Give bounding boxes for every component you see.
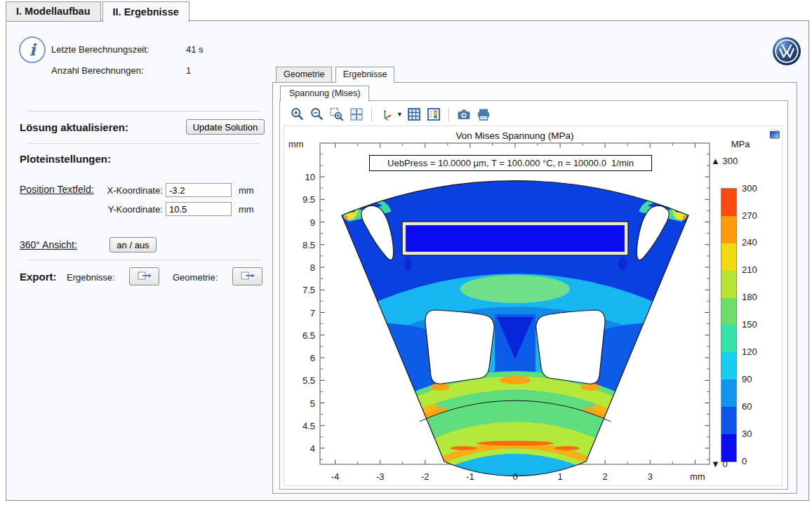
view-orientation-icon[interactable] (378, 106, 395, 123)
textfield-position-label: Position Textfeld: (20, 184, 94, 195)
colorbar-tick-label: 90 (742, 374, 752, 384)
y-tick-label: 5.5 (290, 375, 315, 386)
plot-settings-heading: Ploteinstellungen: (20, 153, 111, 165)
export-icon (137, 270, 152, 283)
graphics-toolbar: ▼ (285, 105, 783, 123)
y-tick-label: 8.5 (290, 240, 315, 250)
y-tick-label: 7.5 (290, 285, 315, 295)
update-solution-button[interactable]: Update Solution (186, 119, 265, 135)
graphics-tab-bar: Geometrie Ergebnisse (276, 67, 394, 83)
colorbar-tick-label: 150 (742, 319, 757, 330)
last-computation-value: 41 s (186, 44, 204, 55)
view-360-label: 360° Ansicht: (20, 239, 77, 250)
app-window: i Letzte Berechnungszeit: 41 s Anzahl Be… (6, 20, 809, 501)
y-tick-label: 4.5 (290, 421, 315, 431)
export-results-button[interactable] (129, 267, 159, 285)
toolbar-separator (371, 107, 372, 121)
colorbar-min-marker: ▼ 0 (711, 459, 728, 469)
graphics-area[interactable]: Von Mises Spannung (MPa) (284, 126, 783, 486)
x-tick-label: 2 (594, 471, 615, 482)
chevron-down-icon[interactable]: ▼ (397, 111, 403, 118)
divider (27, 111, 260, 112)
zoom-in-icon[interactable] (289, 106, 306, 123)
zoom-box-icon[interactable] (328, 106, 345, 123)
tab-ergebnisse[interactable]: II. Ergebnisse (102, 1, 189, 22)
x-tick-label: 0 (505, 471, 526, 482)
update-solution-label: Lösung aktualisieren: (20, 121, 128, 133)
x-axis-unit: mm (690, 471, 705, 482)
triangle-down-icon: ▼ (711, 459, 722, 469)
computation-count-label: Anzahl Berechnungen: (51, 65, 144, 76)
print-icon[interactable] (475, 106, 492, 123)
colorbar (721, 188, 737, 462)
colorbar-unit: MPa (726, 139, 754, 149)
colorbar-max-marker: ▲ 300 (711, 156, 738, 166)
colorbar-tick-label: 30 (742, 429, 752, 439)
export-results-label: Ergebnisse: (67, 272, 115, 283)
tab-geometrie[interactable]: Geometrie (276, 67, 332, 83)
main-tab-bar: I. Modellaufbau II. Ergebnisse (6, 1, 191, 22)
colorbar-tick-label: 60 (742, 401, 752, 412)
colorbar-tick-label: 240 (742, 237, 757, 248)
colorbar-tick-label: 180 (742, 292, 757, 302)
x-tick-label: 3 (639, 471, 660, 482)
colorbar-tick-label: 210 (742, 264, 757, 275)
divider (27, 143, 260, 144)
y-tick-label: 9.5 (290, 194, 315, 205)
zoom-extents-icon[interactable] (348, 106, 365, 123)
x-coordinate-label: X-Koordinate: (100, 185, 163, 196)
y-tick-label: 9 (290, 217, 315, 228)
y-axis-unit: mm (288, 139, 304, 149)
x-tick-label: -2 (415, 471, 436, 482)
info-icon: i (19, 36, 46, 63)
y-tick-label: 6 (290, 353, 315, 363)
toolbar-separator (448, 107, 449, 121)
x-tick-label: -3 (370, 471, 391, 482)
triangle-up-icon: ▲ (711, 156, 722, 166)
plot-annotation: UebPress = 10.0000 µm, T = 100.000 °C, n… (369, 155, 652, 171)
x-tick-label: 1 (550, 471, 571, 482)
app-root: { "window": { "tabs": [ {"label": "I. Mo… (0, 0, 812, 505)
export-geometry-button[interactable] (232, 267, 262, 285)
tab-spannung-mises[interactable]: Spannung (Mises) (280, 86, 369, 102)
y-coordinate-input[interactable] (166, 202, 232, 216)
vw-logo (772, 36, 801, 69)
y-tick-label: 7 (290, 308, 315, 318)
colorbar-tick-label: 270 (742, 210, 757, 221)
tab-graphics-ergebnisse[interactable]: Ergebnisse (335, 67, 395, 83)
legend-icon[interactable] (425, 106, 442, 123)
colorbar-tick-label: 300 (742, 183, 757, 194)
x-tick-label: -1 (460, 471, 481, 482)
x-tick-label: -4 (325, 471, 346, 482)
divider (27, 260, 260, 260)
export-geometry-label: Geometrie: (173, 272, 218, 283)
colorbar-tick-label: 0 (742, 456, 747, 466)
export-icon (240, 270, 255, 283)
contour-fills (284, 126, 782, 485)
stress-contour-plot[interactable] (284, 126, 782, 485)
y-tick-label: 4 (290, 443, 315, 454)
computation-count-value: 1 (186, 65, 191, 76)
y-tick-label: 5 (290, 398, 315, 409)
snapshot-icon[interactable] (455, 106, 472, 123)
y-tick-label: 6.5 (290, 330, 315, 341)
grid-icon[interactable] (406, 106, 422, 123)
y-coordinate-unit: mm (239, 204, 254, 215)
x-coordinate-input[interactable] (166, 183, 232, 197)
colorbar-tick-label: 120 (742, 346, 757, 357)
export-label: Export: (20, 271, 57, 283)
tab-modellaufbau[interactable]: I. Modellaufbau (6, 1, 101, 22)
last-computation-label: Letzte Berechnungszeit: (51, 44, 149, 55)
x-coordinate-unit: mm (239, 185, 254, 196)
view-360-toggle-button[interactable]: an / aus (109, 237, 157, 252)
y-coordinate-label: Y-Koordinate: (100, 204, 163, 215)
zoom-out-icon[interactable] (309, 106, 326, 123)
magnet-rectangle (402, 222, 628, 255)
y-tick-label: 8 (290, 262, 315, 273)
y-tick-label: 10 (290, 172, 315, 182)
